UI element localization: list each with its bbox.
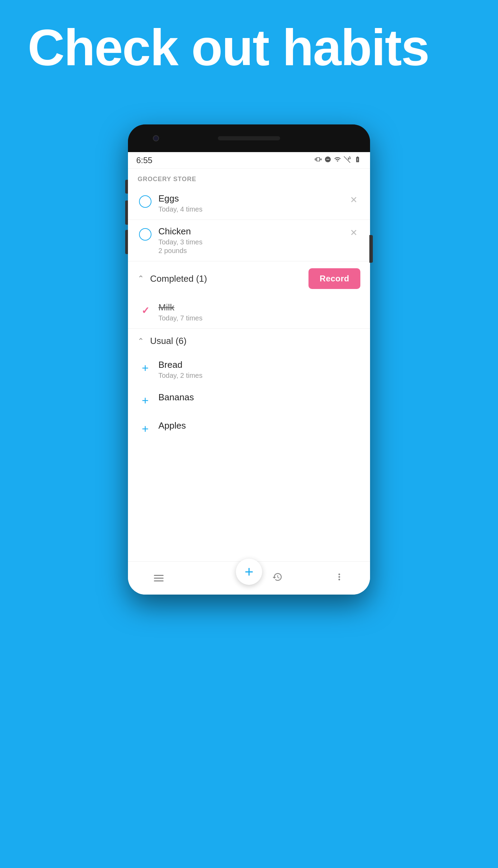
dnd-icon: [324, 156, 331, 165]
bananas-add-icon[interactable]: +: [138, 393, 153, 408]
plus-icon: +: [142, 423, 149, 435]
usual-label: Usual (6): [150, 336, 360, 346]
phone-screen: 6:55: [128, 152, 370, 595]
volume-up-button: [125, 200, 128, 225]
apples-name: Apples: [158, 420, 360, 431]
status-icons: [315, 156, 362, 165]
bottom-nav: +: [128, 561, 370, 595]
eggs-name: Eggs: [158, 193, 347, 204]
eggs-close-button[interactable]: ✕: [347, 193, 360, 207]
history-button[interactable]: [261, 569, 294, 587]
chicken-name: Chicken: [158, 226, 347, 237]
front-camera: [153, 135, 159, 141]
bread-subtitle: Today, 2 times: [158, 372, 360, 380]
completed-section-row[interactable]: ⌃ Completed (1) Record: [128, 261, 370, 296]
usual-section-row[interactable]: ⌃ Usual (6): [128, 329, 370, 353]
fab-plus-icon: +: [245, 564, 253, 579]
circle-icon[interactable]: [139, 228, 151, 241]
menu-button[interactable]: [143, 572, 175, 584]
hamburger-icon: [154, 575, 164, 581]
mute-button: [125, 180, 128, 194]
bread-content: Bread Today, 2 times: [153, 360, 360, 380]
wifi-icon: [334, 156, 341, 165]
fab-add-button[interactable]: +: [236, 559, 262, 585]
milk-subtitle: Today, 7 times: [158, 314, 360, 322]
vibrate-icon: [315, 156, 322, 165]
checkmark-icon: ✓: [141, 305, 149, 316]
list-item[interactable]: Eggs Today, 4 times ✕: [128, 187, 370, 220]
apples-add-icon[interactable]: +: [138, 421, 153, 436]
list-item[interactable]: ✓ Milk Today, 7 times: [128, 296, 370, 328]
chevron-up-icon: ⌃: [138, 274, 144, 283]
earpiece-speaker: [218, 136, 280, 140]
plus-icon: +: [142, 362, 149, 374]
section-header: GROCERY STORE: [128, 169, 370, 187]
bananas-name: Bananas: [158, 392, 360, 403]
bread-add-icon[interactable]: +: [138, 360, 153, 375]
status-bar: 6:55: [128, 152, 370, 169]
chevron-up-icon: ⌃: [138, 337, 144, 346]
signal-icon: [344, 156, 351, 165]
more-button[interactable]: [323, 569, 356, 587]
chicken-content: Chicken Today, 3 times 2 pounds: [153, 226, 347, 255]
bananas-content: Bananas: [153, 392, 360, 403]
eggs-checkbox[interactable]: [138, 194, 153, 209]
hero-title: Check out habits: [28, 21, 470, 74]
list-item[interactable]: Chicken Today, 3 times 2 pounds ✕: [128, 220, 370, 261]
status-time: 6:55: [136, 156, 153, 165]
chicken-checkbox[interactable]: [138, 227, 153, 242]
battery-icon: [353, 156, 362, 165]
eggs-content: Eggs Today, 4 times: [153, 193, 347, 213]
chicken-close-button[interactable]: ✕: [347, 226, 360, 240]
circle-icon[interactable]: [139, 195, 151, 208]
bread-name: Bread: [158, 360, 360, 370]
volume-down-button: [125, 230, 128, 254]
plus-icon: +: [142, 394, 149, 406]
phone-top-bar: [128, 124, 370, 152]
phone-shell: 6:55: [128, 124, 370, 595]
list-item[interactable]: + Bananas: [128, 386, 370, 414]
milk-name: Milk: [158, 302, 360, 313]
list-item[interactable]: + Bread Today, 2 times: [128, 353, 370, 386]
record-button[interactable]: Record: [308, 268, 360, 289]
chicken-subtitle: Today, 3 times: [158, 238, 347, 246]
chicken-subtitle2: 2 pounds: [158, 247, 347, 255]
apples-content: Apples: [153, 420, 360, 431]
milk-content: Milk Today, 7 times: [153, 302, 360, 322]
phone-device: 6:55: [128, 124, 370, 843]
list-item[interactable]: + Apples: [128, 414, 370, 442]
eggs-subtitle: Today, 4 times: [158, 205, 347, 213]
completed-label: Completed (1): [150, 273, 308, 284]
milk-check-icon[interactable]: ✓: [138, 303, 153, 318]
app-content: GROCERY STORE Eggs Today, 4 times ✕: [128, 169, 370, 567]
